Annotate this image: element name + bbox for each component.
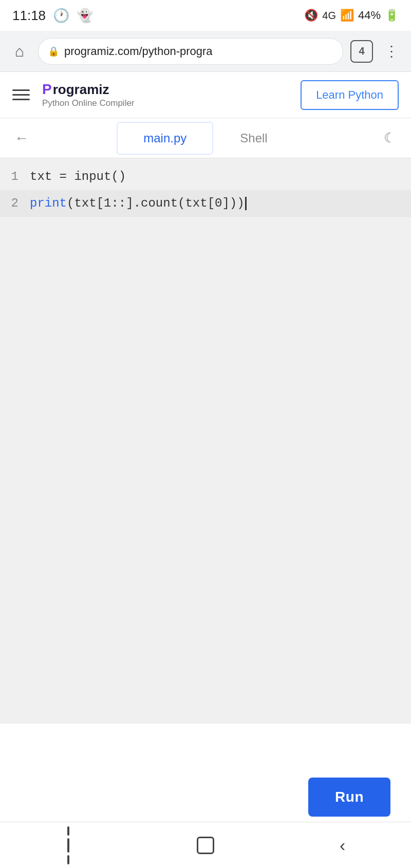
mute-icon: 🔇 [304, 9, 318, 22]
hamburger-menu-button[interactable] [12, 89, 32, 100]
address-bar[interactable]: 🔒 programiz.com/python-progra [38, 38, 343, 65]
logo-subtitle: Python Online Compiler [42, 98, 135, 108]
run-button[interactable]: Run [308, 778, 390, 817]
logo-name-text: rogramiz [53, 82, 109, 98]
hamburger-line-3 [12, 99, 30, 100]
line-number-2: 2 [0, 192, 27, 215]
back-arrow-icon: ← [14, 130, 29, 146]
back-chevron-icon: ‹ [340, 835, 345, 855]
browser-chrome: ⌂ 🔒 programiz.com/python-progra 4 ⋮ [0, 31, 411, 72]
three-dots-icon: ⋮ [384, 43, 399, 60]
nav-recent-apps-button[interactable] [53, 830, 84, 861]
status-time: 11:18 [12, 8, 46, 24]
tab-count-badge[interactable]: 4 [350, 40, 373, 63]
nav-home-button[interactable] [190, 830, 221, 861]
tab-main-py[interactable]: main.py [117, 122, 213, 155]
home-icon: ⌂ [15, 43, 24, 60]
code-txt-var: txt = input() [30, 165, 126, 188]
nav-back-button[interactable]: ‹ [327, 830, 358, 861]
code-line-2: 2 print (txt[1::].count(txt[0])) [0, 190, 411, 217]
browser-home-button[interactable]: ⌂ [8, 40, 31, 63]
lock-icon: 🔒 [48, 46, 59, 57]
recent-apps-icon [67, 826, 69, 864]
status-bar: 11:18 🕐 👻 🔇 4G 📶 44% 🔋 [0, 0, 411, 31]
moon-icon: ☾ [384, 130, 396, 146]
hamburger-line-1 [12, 89, 30, 91]
tabs-container: main.py Shell [117, 122, 294, 155]
line-number-1: 1 [0, 165, 27, 188]
tab-bar: ← main.py Shell ☾ [0, 118, 411, 158]
wifi-bars-icon: 📶 [340, 9, 354, 22]
battery-icon: 🔋 [385, 9, 399, 22]
hamburger-line-2 [12, 94, 30, 96]
logo-p-letter: P [42, 81, 52, 98]
battery-level: 44% [358, 9, 381, 22]
code-print-keyword: print [30, 192, 67, 215]
logo: P rogramiz Python Online Compiler [42, 81, 135, 108]
app-header: P rogramiz Python Online Compiler Learn … [0, 72, 411, 118]
tab-shell[interactable]: Shell [213, 122, 294, 155]
signal-icon: 4G [322, 10, 336, 22]
dark-mode-button[interactable]: ☾ [378, 127, 401, 150]
clock-icon: 🕐 [53, 8, 69, 24]
ghost-icon: 👻 [77, 8, 93, 24]
line-content-1: txt = input() [27, 165, 411, 188]
learn-python-button[interactable]: Learn Python [301, 80, 399, 110]
code-editor[interactable]: 1 txt = input() 2 print (txt[1::].count(… [0, 158, 411, 724]
code-print-args: (txt[1::].count(txt[0])) [67, 192, 245, 215]
text-cursor [245, 197, 247, 210]
run-button-container: Run [308, 778, 390, 817]
tab-back-button[interactable]: ← [10, 127, 33, 150]
line-content-2: print (txt[1::].count(txt[0])) [27, 192, 411, 215]
home-square-icon [197, 837, 214, 854]
code-line-1: 1 txt = input() [0, 163, 411, 190]
browser-menu-button[interactable]: ⋮ [380, 40, 403, 63]
url-text: programiz.com/python-progra [64, 45, 333, 58]
bottom-nav-bar: ‹ [0, 822, 411, 868]
